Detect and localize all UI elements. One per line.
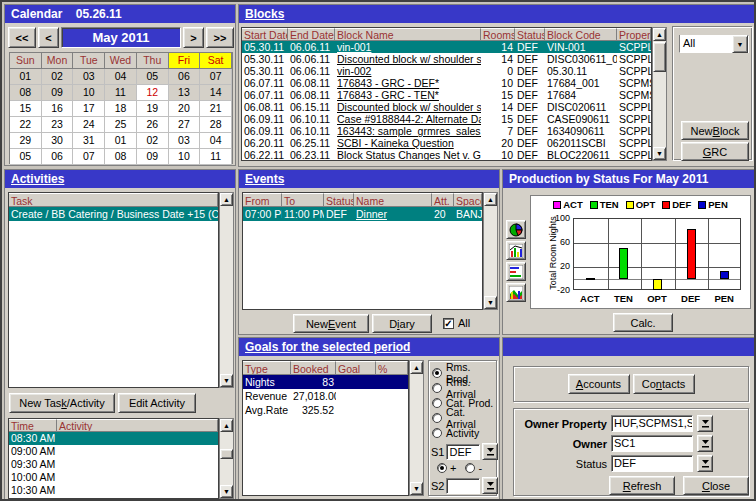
calendar-day[interactable]: 20: [169, 101, 201, 117]
radio-cat-prod-[interactable]: [432, 398, 442, 408]
calendar-day[interactable]: 08: [10, 85, 42, 101]
calendar-day[interactable]: 02: [137, 133, 169, 149]
calendar-day[interactable]: 05: [137, 69, 169, 85]
plus-radio[interactable]: [437, 463, 447, 473]
scroll-up-icon[interactable]: ▲: [410, 361, 423, 374]
column-header[interactable]: Time: [9, 419, 57, 432]
calendar-day[interactable]: 29: [10, 133, 42, 149]
calendar-day[interactable]: 09: [42, 85, 74, 101]
table-row[interactable]: 06.08.1106.15.11Discounted block w/ shou…: [242, 101, 651, 113]
blocks-scrollbar[interactable]: ▲ ▼: [652, 27, 667, 161]
task-scrollbar[interactable]: ▲ ▼: [219, 192, 234, 388]
scroll-down-icon[interactable]: ▼: [220, 374, 233, 387]
next-month-button[interactable]: >: [183, 27, 204, 48]
calendar-day[interactable]: 06: [42, 149, 74, 165]
prev-year-button[interactable]: <<: [8, 27, 36, 48]
table-row[interactable]: Nights83: [243, 375, 408, 389]
table-row[interactable]: 06.20.1106.25.11SCBI - Kaineka Question2…: [242, 137, 651, 149]
blocks-filter-combo[interactable]: All ▼: [679, 35, 749, 53]
column-header[interactable]: Status: [324, 193, 354, 207]
calendar-day[interactable]: 21: [200, 101, 232, 117]
table-row[interactable]: 10:00 AM: [9, 471, 218, 484]
s2-lov-icon[interactable]: [482, 477, 498, 494]
calendar-day[interactable]: 09: [137, 149, 169, 165]
minus-radio[interactable]: [465, 463, 475, 473]
calendar-day[interactable]: 12: [137, 85, 169, 101]
calendar-day[interactable]: 18: [105, 101, 137, 117]
calendar-day[interactable]: 22: [10, 117, 42, 133]
radio-rms-arrival[interactable]: [432, 383, 442, 393]
calendar-day[interactable]: 06: [169, 69, 201, 85]
column-header[interactable]: Rooms: [481, 28, 515, 41]
scroll-up-icon[interactable]: ▲: [220, 419, 233, 432]
table-row[interactable]: Revenue27,018.00: [243, 389, 408, 403]
scroll-down-icon[interactable]: ▼: [410, 482, 423, 495]
scroll-down-icon[interactable]: ▼: [653, 147, 666, 160]
radio-rms-prod-[interactable]: [432, 368, 442, 378]
calendar-day[interactable]: 03: [73, 69, 105, 85]
calendar-day[interactable]: 07: [200, 69, 232, 85]
calendar-day[interactable]: 19: [137, 101, 169, 117]
scroll-up-icon[interactable]: ▲: [653, 28, 666, 41]
close-button[interactable]: Close: [683, 476, 749, 495]
column-header[interactable]: To: [282, 193, 324, 207]
s1-value[interactable]: DEF: [446, 444, 480, 460]
column-header[interactable]: Property: [617, 28, 651, 41]
calendar-day[interactable]: 01: [105, 133, 137, 149]
column-header[interactable]: Block Code: [545, 28, 617, 41]
next-year-button[interactable]: >>: [206, 27, 234, 48]
calendar-day[interactable]: 28: [200, 117, 232, 133]
events-scrollbar[interactable]: ▲ ▼: [483, 192, 498, 310]
calendar-day[interactable]: 10: [169, 149, 201, 165]
column-header[interactable]: Activity: [57, 419, 218, 432]
status-field[interactable]: DEF: [611, 455, 693, 472]
column-header[interactable]: End Date: [288, 28, 335, 41]
bar-chart-icon[interactable]: [506, 241, 526, 260]
table-row[interactable]: Avg.Rate325.52: [243, 403, 408, 417]
table-row[interactable]: 06.07.1106.08.11176843 - GRC - TEN*15DEF…: [242, 89, 651, 101]
column-header[interactable]: Status: [515, 28, 545, 41]
calendar-day[interactable]: 05: [10, 149, 42, 165]
column-header[interactable]: Block Name: [335, 28, 481, 41]
calendar-day[interactable]: 07: [73, 149, 105, 165]
calendar-day[interactable]: 24: [73, 117, 105, 133]
table-row[interactable]: 05.30.1106.06.11vin-0020DEF05.30.11SCPPL: [242, 65, 651, 77]
new-block-button[interactable]: New Block: [681, 121, 749, 140]
scroll-up-icon[interactable]: ▲: [220, 193, 233, 206]
column-header[interactable]: %: [376, 361, 408, 375]
calendar-day[interactable]: 03: [169, 133, 201, 149]
table-row[interactable]: 07:00 PM11:00 PMDEFDinner20BANJO3: [243, 207, 482, 221]
column-header[interactable]: Start Date: [242, 28, 288, 41]
calendar-day[interactable]: 16: [42, 101, 74, 117]
radio-activity[interactable]: [432, 428, 442, 438]
grc-button[interactable]: GRC: [681, 142, 749, 161]
calendar-day[interactable]: 13: [169, 85, 201, 101]
calc-button[interactable]: Calc.: [613, 313, 673, 332]
column-header[interactable]: Name: [354, 193, 432, 207]
table-row[interactable]: 09:30 AM: [9, 458, 218, 471]
new-event-button[interactable]: New Event: [293, 314, 369, 333]
table-row[interactable]: 05.30.1106.06.11vin-00114DEFVIN-001SCPPL: [242, 41, 651, 53]
chevron-down-icon[interactable]: ▼: [732, 35, 748, 53]
column-header[interactable]: Att.: [432, 193, 454, 207]
calendar-day[interactable]: 10: [73, 85, 105, 101]
table-row[interactable]: 09:00 AM: [9, 445, 218, 458]
column-header[interactable]: Goal: [336, 361, 376, 375]
calendar-day[interactable]: 25: [105, 117, 137, 133]
table-row[interactable]: 10:30 AM: [9, 484, 218, 497]
table-row[interactable]: Create / BB Catering / Business Date +15…: [9, 207, 218, 221]
calendar-day[interactable]: 15: [10, 101, 42, 117]
table-row[interactable]: 06.09.1106.10.11Case #9188844-2: Alterna…: [242, 113, 651, 125]
calendar-day[interactable]: 08: [105, 149, 137, 165]
calendar-day[interactable]: 14: [200, 85, 232, 101]
calendar-day[interactable]: 17: [73, 101, 105, 117]
accounts-button[interactable]: Accounts: [568, 374, 630, 394]
calendar-day[interactable]: 02: [42, 69, 74, 85]
column-header[interactable]: Task: [9, 193, 218, 207]
calendar-day[interactable]: 04: [105, 69, 137, 85]
column-header[interactable]: From: [243, 193, 282, 207]
status-lov-icon[interactable]: [697, 455, 713, 472]
s2-value[interactable]: [446, 478, 480, 494]
time-scrollbar[interactable]: ▲ ▼: [219, 418, 234, 499]
owner-property-lov-icon[interactable]: [697, 415, 713, 432]
